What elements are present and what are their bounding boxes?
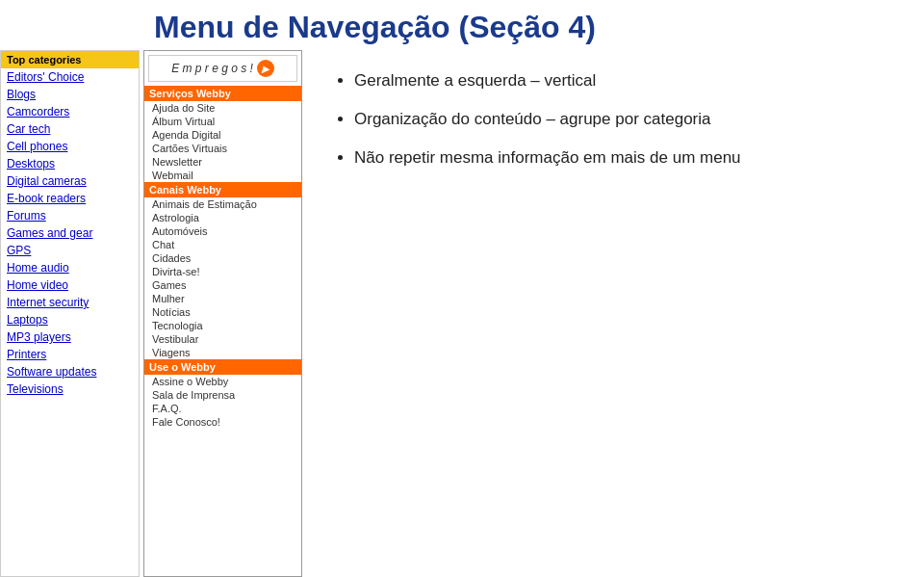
webby-item-assine[interactable]: Assine o Webby: [144, 375, 301, 388]
empregos-label: E m p r e g o s !: [171, 62, 253, 75]
top-categories-label: Top categories: [1, 51, 139, 68]
webby-item-games[interactable]: Games: [144, 278, 301, 292]
sidebar-item-home-video[interactable]: Home video: [1, 276, 139, 294]
webby-section1-label: Serviços Webby: [144, 86, 301, 101]
page-title: Menu de Navegação (Seção 4): [154, 10, 905, 45]
content-bullet-1: Geralmente a esquerda – vertical: [354, 69, 895, 92]
webby-item-animais[interactable]: Animais de Estimação: [144, 197, 301, 211]
webby-item-newsletter[interactable]: Newsletter: [144, 155, 301, 169]
sidebar-item-desktops[interactable]: Desktops: [1, 155, 139, 172]
sidebar-item-televisions[interactable]: Televisions: [1, 380, 139, 398]
sidebar-item-laptops[interactable]: Laptops: [1, 311, 139, 328]
empregos-arrow-icon[interactable]: ▶: [257, 60, 274, 77]
left-sidebar: Top categories Editors' Choice Blogs Cam…: [0, 50, 140, 577]
sidebar-item-software-updates[interactable]: Software updates: [1, 363, 139, 380]
webby-item-chat[interactable]: Chat: [144, 238, 301, 251]
webby-item-album[interactable]: Álbum Virtual: [144, 115, 301, 128]
sidebar-item-mp3-players[interactable]: MP3 players: [1, 328, 139, 346]
webby-item-fale[interactable]: Fale Conosco!: [144, 415, 301, 429]
webby-item-sala[interactable]: Sala de Imprensa: [144, 388, 301, 402]
sidebar-item-cell-phones[interactable]: Cell phones: [1, 138, 139, 155]
webby-item-mulher[interactable]: Mulher: [144, 292, 301, 305]
webby-item-astrologia[interactable]: Astrologia: [144, 211, 301, 224]
webby-item-faq[interactable]: F.A.Q.: [144, 402, 301, 415]
webby-section3-label: Use o Webby: [144, 359, 301, 375]
content-bullet-3: Não repetir mesma informação em mais de …: [354, 146, 895, 170]
webby-item-cidades[interactable]: Cidades: [144, 251, 301, 265]
sidebar-item-blogs[interactable]: Blogs: [1, 86, 139, 103]
sidebar-item-forums[interactable]: Forums: [1, 207, 139, 224]
empregos-banner[interactable]: E m p r e g o s ! ▶: [148, 55, 297, 82]
sidebar-item-car-tech[interactable]: Car tech: [1, 120, 139, 138]
content-bullet-2: Organização do conteúdo – agrupe por cat…: [354, 108, 895, 131]
webby-item-noticias[interactable]: Notícias: [144, 305, 301, 319]
webby-item-tecnologia[interactable]: Tecnologia: [144, 319, 301, 332]
webby-panel: E m p r e g o s ! ▶ Serviços Webby Ajuda…: [143, 50, 302, 577]
webby-item-webmail[interactable]: Webmail: [144, 169, 301, 182]
content-list: Geralmente a esquerda – vertical Organiz…: [335, 69, 895, 169]
sidebar-item-gps[interactable]: GPS: [1, 242, 139, 259]
webby-item-agenda[interactable]: Agenda Digital: [144, 128, 301, 142]
sidebar-item-editors-choice[interactable]: Editors' Choice: [1, 68, 139, 86]
sidebar-item-internet-security[interactable]: Internet security: [1, 294, 139, 311]
sidebar-item-digital-cameras[interactable]: Digital cameras: [1, 172, 139, 190]
webby-item-automoveis[interactable]: Automóveis: [144, 224, 301, 238]
webby-item-ajuda[interactable]: Ajuda do Site: [144, 101, 301, 115]
webby-section2-label: Canais Webby: [144, 182, 301, 197]
sidebar-item-printers[interactable]: Printers: [1, 346, 139, 363]
sidebar-item-ebook-readers[interactable]: E-book readers: [1, 190, 139, 207]
sidebar-item-home-audio[interactable]: Home audio: [1, 259, 139, 276]
webby-item-divirta[interactable]: Divirta-se!: [144, 265, 301, 278]
right-content: Geralmente a esquerda – vertical Organiz…: [306, 50, 924, 577]
webby-item-cartoes[interactable]: Cartões Virtuais: [144, 142, 301, 155]
sidebar-item-games-and-gear[interactable]: Games and gear: [1, 224, 139, 242]
sidebar-item-camcorders[interactable]: Camcorders: [1, 103, 139, 120]
webby-item-vestibular[interactable]: Vestibular: [144, 332, 301, 346]
webby-item-viagens[interactable]: Viagens: [144, 346, 301, 359]
